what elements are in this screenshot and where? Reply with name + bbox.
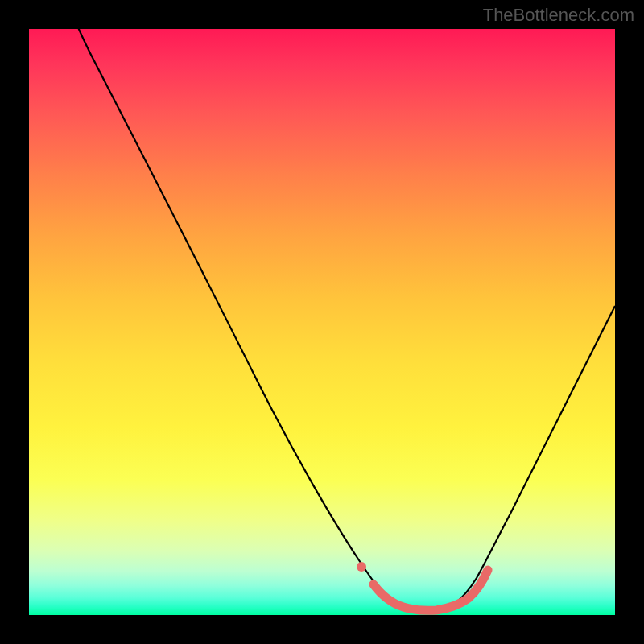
bottleneck-curve: [66, 0, 615, 610]
watermark-text: TheBottleneck.com: [483, 5, 634, 26]
optimal-marker-dot: [357, 562, 366, 572]
curve-layer: [29, 29, 615, 615]
plot-area: [29, 29, 615, 615]
chart-container: TheBottleneck.com: [0, 0, 644, 644]
optimal-band-line: [374, 570, 488, 610]
